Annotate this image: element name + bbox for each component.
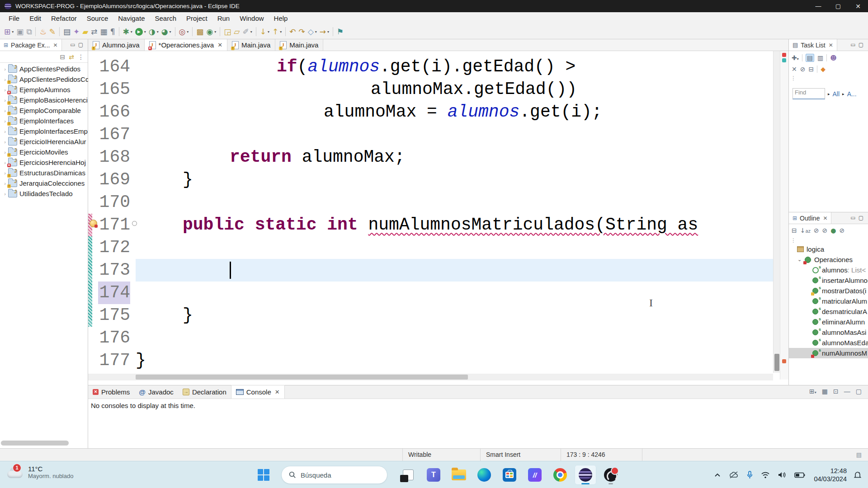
change-marker[interactable] [782, 58, 786, 62]
taskbar-app-eclipse[interactable] [575, 465, 596, 485]
code-text[interactable] [136, 236, 773, 259]
annotation-ruler[interactable] [88, 169, 98, 191]
previous-annotation-icon[interactable]: ↑▾ [271, 26, 283, 37]
menu-search[interactable]: Search [150, 13, 181, 23]
code-line-171[interactable]: 171public static int numAlumnosMatricula… [88, 214, 773, 236]
hidden-icons-chevron[interactable] [714, 473, 721, 477]
chevron-down-icon[interactable]: ⌄ [797, 257, 802, 263]
project-EjercicioMoviles[interactable]: ›J!EjercicioMoviles [0, 147, 88, 157]
hide-fields-icon[interactable]: ⊘ [814, 227, 819, 234]
open-folder-icon[interactable]: ▱ [232, 26, 241, 37]
compare-icon[interactable]: ⇄ [90, 26, 99, 37]
horizontal-scrollbar[interactable] [1, 441, 69, 446]
project-EjercicioIHerenciaAlur[interactable]: ›JEjercicioIHerenciaAlur [0, 136, 88, 147]
editor-tab-Main.java[interactable]: J!Main.java [227, 39, 275, 51]
forward-icon[interactable]: →▾ [318, 26, 330, 37]
tab-package-explorer[interactable]: ⊞ Package Ex... ✕ [0, 39, 62, 51]
volume-icon[interactable] [778, 471, 786, 479]
start-button[interactable] [253, 467, 274, 483]
filter-activated-link[interactable]: A... [847, 90, 857, 98]
code-text[interactable] [136, 282, 773, 304]
minimize-view-icon[interactable]: — [844, 388, 850, 395]
filter-all-link[interactable]: All [833, 90, 840, 98]
project-AppClientesPedidos[interactable]: ›JAppClientesPedidos [0, 64, 88, 74]
close-icon[interactable]: ✕ [217, 42, 222, 48]
menu-run[interactable]: Run [212, 13, 235, 23]
chevron-right-icon[interactable]: › [2, 139, 8, 145]
minimize-maximize-icons[interactable]: ▭▢ [70, 42, 86, 48]
menu-navigate[interactable]: Navigate [113, 13, 150, 23]
debug-icon[interactable]: ✱▾ [122, 26, 134, 37]
taskbar-app-movavi[interactable]: // [524, 465, 546, 485]
code-text[interactable]: } [136, 349, 773, 372]
project-UtilidadesTeclado[interactable]: ›JUtilidadesTeclado [0, 188, 88, 199]
close-icon[interactable]: ✕ [823, 215, 827, 221]
next-annotation-icon[interactable]: ↓▾ [259, 26, 271, 37]
project-EjerciciosHerenciaHoj[interactable]: ›J✕EjerciciosHerenciaHoj [0, 157, 88, 168]
code-line-164[interactable]: 164if(alumnos.get(i).getEdad() > [88, 56, 773, 78]
new-java-class-icon[interactable]: ◉▾ [205, 26, 217, 37]
code-text[interactable]: } [136, 304, 773, 327]
annotation-ruler[interactable] [88, 304, 98, 327]
code-line-169[interactable]: 169} [88, 169, 773, 191]
outline-item-Operaciones[interactable]: ⌄Operaciones [789, 254, 868, 265]
notification-bell-icon[interactable]: z [854, 471, 862, 479]
code-line-170[interactable]: 170 [88, 191, 773, 214]
taskbar-app-teams[interactable]: T [423, 465, 444, 485]
code-line-168[interactable]: 168return alumnoMax; [88, 146, 773, 169]
wifi-icon[interactable] [761, 471, 770, 479]
menu-refactor[interactable]: Refactor [46, 13, 82, 23]
outline-item-alumnoMasEda[interactable]: salumnoMasEda [789, 338, 868, 348]
close-icon[interactable]: ✕ [53, 42, 57, 48]
menu-edit[interactable]: Edit [24, 13, 46, 23]
code-line-173[interactable]: 173 [88, 259, 773, 282]
collapse-all-icon[interactable]: ⊟ [808, 66, 814, 73]
code-line-177[interactable]: 177} [88, 349, 773, 372]
close-icon[interactable]: ✕ [275, 389, 280, 395]
project-EjemploInterfaces[interactable]: ›J!EjemploInterfaces [0, 116, 88, 126]
editor-tab-Alumno.java[interactable]: J!Alumno.java [88, 39, 145, 51]
project-EjemploInterfacesEmp[interactable]: ›JEjemploInterfacesEmp [0, 126, 88, 136]
categorized-view-icon[interactable]: ▤ [806, 54, 814, 62]
taskbar-app-microsoft-store[interactable] [499, 465, 520, 485]
menu-file[interactable]: File [4, 13, 24, 23]
chevron-right-icon[interactable]: › [2, 66, 8, 72]
code-text[interactable]: alumnoMax = alumnos.get(i); [136, 101, 773, 123]
quickfix-bulb-icon[interactable] [90, 220, 97, 227]
open-task-icon[interactable]: ▤ [62, 26, 72, 37]
code-text[interactable]: } [136, 169, 773, 191]
editor-tab-Main.java[interactable]: J!Main.java [275, 39, 323, 51]
weather-widget[interactable]: 1 11°C Mayorm. nublado [6, 465, 73, 479]
chevron-right-icon[interactable]: › [2, 191, 8, 197]
hide-static-icon[interactable]: ⊘ [822, 227, 828, 234]
new-java-project-icon[interactable]: ▩ [195, 26, 205, 37]
annotation-ruler[interactable] [88, 214, 98, 236]
code-text[interactable]: return alumnoMax; [136, 146, 773, 169]
annotation-ruler[interactable] [88, 191, 98, 214]
show-whitespace-icon[interactable]: ¶ [109, 26, 117, 37]
microphone-icon[interactable] [747, 471, 753, 479]
hide-non-public-icon[interactable]: ● [830, 227, 836, 234]
code-line-167[interactable]: 167 [88, 123, 773, 146]
save-icon[interactable]: ▣ [15, 26, 25, 37]
vertical-scrollbar[interactable] [773, 51, 780, 373]
tab-task-list[interactable]: ▤ Task List ✕ [789, 39, 837, 51]
code-editor[interactable]: for(int i = 1; i < alumnos.size(); i++) … [88, 51, 773, 373]
code-text[interactable]: alumnoMax.getEdad()) [136, 78, 773, 101]
outline-item-logica[interactable]: logica [789, 244, 868, 254]
mark-occurrences-icon[interactable]: ▰ [81, 26, 90, 37]
open-perspective-icon[interactable]: ⚑ [335, 26, 345, 37]
tab-javadoc[interactable]: @Javadoc [134, 385, 178, 399]
error-marker[interactable] [782, 53, 786, 57]
taskbar-app-edge[interactable] [473, 465, 495, 485]
scheduled-view-icon[interactable]: ▥ [817, 54, 823, 61]
battery-icon[interactable] [794, 472, 805, 478]
minimize-maximize-icons[interactable]: ▭▢ [850, 215, 866, 221]
outline-item-eliminarAlumn[interactable]: seliminarAlumn [789, 317, 868, 327]
project-EjemploBasicoHerenci[interactable]: ›J!EjemploBasicoHerenci [0, 95, 88, 105]
outline-item-numAlumnosM[interactable]: snumAlumnosM [789, 348, 868, 358]
code-line-174[interactable]: 174 [88, 282, 773, 304]
sort-icon[interactable]: ↓az [800, 227, 811, 234]
outline-item-alumnos[interactable]: salumnos : List< [789, 265, 868, 275]
menu-project[interactable]: Project [181, 13, 212, 23]
